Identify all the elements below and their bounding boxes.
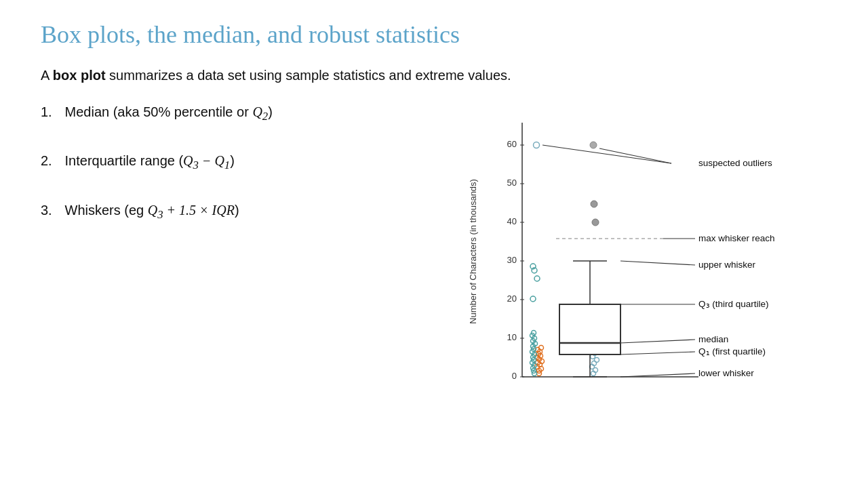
svg-text:median: median (698, 334, 728, 344)
svg-line-85 (620, 340, 695, 343)
svg-text:upper whisker: upper whisker (698, 260, 756, 270)
svg-text:20: 20 (507, 293, 517, 304)
svg-text:Q₁  (first quartile): Q₁ (first quartile) (698, 346, 766, 357)
left-column: 1. Median (aka 50% percentile or Q2) 2. … (41, 102, 461, 249)
svg-point-72 (591, 201, 597, 207)
intro-text: A box plot summarizes a data set using s… (41, 68, 827, 83)
svg-point-47 (530, 296, 536, 302)
list-item-1: 1. Median (aka 50% percentile or Q2) (41, 102, 461, 124)
svg-text:60: 60 (507, 139, 517, 149)
svg-text:max whisker reach: max whisker reach (698, 233, 775, 243)
svg-point-57 (595, 358, 599, 363)
svg-point-71 (590, 142, 597, 148)
svg-text:Q₃  (third quartile): Q₃ (third quartile) (698, 299, 769, 309)
svg-text:40: 40 (507, 216, 517, 226)
svg-text:50: 50 (507, 178, 517, 188)
svg-rect-73 (559, 304, 620, 354)
box-plot-svg: 0 10 20 30 40 50 60 Number of Chara (461, 102, 854, 387)
svg-point-70 (592, 219, 599, 226)
svg-text:lower whisker: lower whisker (698, 368, 754, 378)
svg-line-86 (620, 352, 695, 354)
svg-point-49 (534, 276, 540, 281)
svg-line-80 (542, 145, 671, 163)
svg-text:Number of Characters (in thous: Number of Characters (in thousands) (468, 179, 478, 324)
svg-text:10: 10 (507, 332, 517, 342)
svg-text:30: 30 (507, 255, 517, 265)
page-title: Box plots, the median, and robust statis… (41, 20, 827, 49)
chart-container: 0 10 20 30 40 50 60 Number of Chara (461, 102, 854, 387)
svg-text:suspected outliers: suspected outliers (698, 158, 772, 168)
svg-line-83 (620, 261, 695, 265)
svg-point-52 (534, 142, 540, 148)
page: Box plots, the median, and robust statis… (0, 0, 868, 488)
svg-line-81 (599, 148, 671, 163)
svg-text:0: 0 (512, 371, 517, 381)
content-area: 1. Median (aka 50% percentile or Q2) 2. … (41, 102, 827, 387)
right-column: 0 10 20 30 40 50 60 Number of Chara (461, 102, 854, 387)
list-item-2: 2. Interquartile range (Q3 − Q1) (41, 151, 461, 173)
list-item-3: 3. Whiskers (eg Q3 + 1.5 × IQR) (41, 201, 461, 222)
